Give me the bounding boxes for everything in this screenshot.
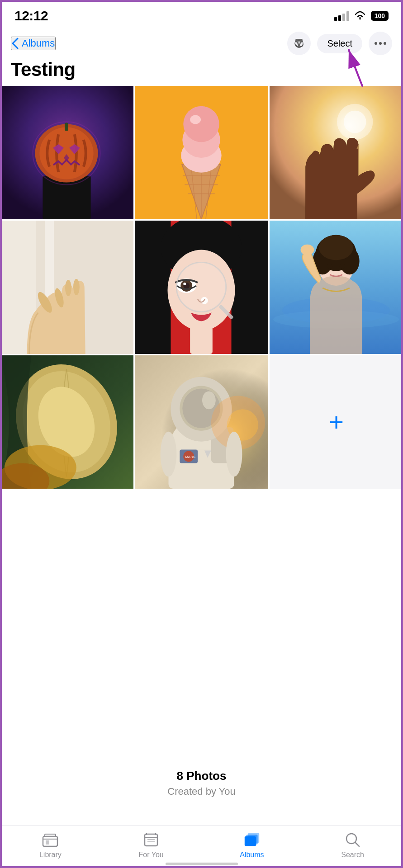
for-you-icon — [143, 833, 159, 847]
svg-rect-20 — [65, 123, 68, 131]
photo-subtitle: Created by You — [0, 786, 403, 797]
svg-point-92 — [226, 432, 242, 476]
status-time: 12:12 — [14, 8, 48, 24]
home-indicator — [166, 863, 238, 865]
select-label: Select — [327, 38, 352, 48]
photo-cell-7[interactable] — [0, 355, 133, 489]
photo-cell-5[interactable] — [135, 221, 268, 354]
svg-rect-94 — [45, 834, 56, 837]
for-you-tab-icon — [143, 832, 159, 848]
nav-top-row: Albums Sele — [11, 32, 392, 55]
photo-cell-4[interactable] — [0, 221, 133, 354]
search-tab-label: Search — [341, 851, 364, 859]
tab-for-you[interactable]: For You — [101, 832, 202, 859]
search-icon — [345, 832, 360, 848]
chevron-left-icon — [12, 38, 19, 49]
svg-rect-50 — [190, 324, 213, 354]
svg-point-69 — [340, 264, 345, 269]
library-icon — [42, 833, 58, 847]
svg-point-43 — [73, 279, 80, 295]
photo-6-art — [270, 221, 403, 354]
svg-point-37 — [344, 111, 366, 133]
svg-line-7 — [299, 42, 301, 46]
photo-7-art — [0, 355, 133, 489]
svg-rect-95 — [46, 840, 49, 844]
battery-icon: 100 — [371, 11, 389, 21]
nav-header: Albums Sele — [0, 28, 403, 86]
svg-point-66 — [319, 235, 353, 260]
svg-line-6 — [297, 42, 299, 46]
back-button[interactable]: Albums — [11, 37, 56, 50]
add-plus-icon: + — [329, 410, 344, 435]
select-button[interactable]: Select — [317, 34, 362, 53]
tab-albums[interactable]: Albums — [202, 832, 303, 859]
svg-point-2 — [295, 39, 298, 42]
photo-count: 8 Photos — [0, 769, 403, 783]
photo-3-art — [270, 86, 403, 219]
svg-rect-96 — [145, 834, 157, 846]
share-icon-button[interactable] — [287, 32, 311, 55]
svg-rect-93 — [43, 836, 57, 846]
svg-text:MARS: MARS — [185, 455, 195, 459]
svg-point-34 — [190, 115, 201, 124]
share-icon — [292, 37, 306, 50]
add-photo-cell[interactable]: + — [270, 355, 403, 489]
svg-point-56 — [176, 262, 226, 311]
more-button[interactable] — [369, 32, 392, 55]
photo-cell-8[interactable]: MARS — [135, 355, 268, 489]
albums-tab-label: Albums — [240, 851, 264, 859]
photo-2-art — [135, 86, 268, 219]
status-bar: 12:12 100 — [0, 0, 403, 28]
search-tab-icon — [345, 832, 361, 848]
svg-point-84 — [202, 391, 216, 409]
svg-point-3 — [300, 39, 303, 42]
svg-point-33 — [183, 106, 219, 142]
svg-point-8 — [375, 42, 377, 45]
photo-cell-1[interactable] — [0, 86, 133, 219]
photo-cell-3[interactable] — [270, 86, 403, 219]
library-tab-label: Library — [39, 851, 62, 859]
back-label: Albums — [22, 38, 55, 49]
photo-1-art — [0, 86, 133, 219]
svg-point-10 — [384, 42, 386, 45]
spacer — [0, 489, 403, 760]
photo-cell-6[interactable] — [270, 221, 403, 354]
svg-point-42 — [65, 280, 71, 296]
svg-point-68 — [327, 264, 332, 269]
page-title: Testing — [11, 59, 392, 80]
svg-point-91 — [161, 432, 177, 476]
albums-tab-icon — [244, 832, 260, 848]
tab-bar: Library For You Albums — [0, 825, 403, 868]
signal-icon — [334, 11, 349, 21]
wifi-icon — [354, 11, 366, 21]
status-icons: 100 — [334, 11, 389, 21]
photo-5-art — [135, 221, 268, 354]
photo-grid: MARS + — [0, 86, 403, 489]
library-tab-icon — [42, 832, 58, 848]
photo-count-area: 8 Photos Created by You — [0, 760, 403, 816]
for-you-tab-label: For You — [139, 851, 164, 859]
nav-actions: Select — [287, 32, 392, 55]
photo-8-art: MARS — [135, 355, 268, 489]
albums-icon — [244, 832, 260, 848]
ellipsis-icon — [375, 42, 386, 45]
svg-point-9 — [379, 42, 382, 45]
photo-cell-2[interactable] — [135, 86, 268, 219]
svg-point-67 — [301, 245, 314, 255]
svg-rect-102 — [248, 833, 259, 843]
tab-search[interactable]: Search — [302, 832, 403, 859]
svg-line-104 — [355, 842, 359, 846]
tab-library[interactable]: Library — [0, 832, 101, 859]
photo-4-art — [0, 221, 133, 354]
